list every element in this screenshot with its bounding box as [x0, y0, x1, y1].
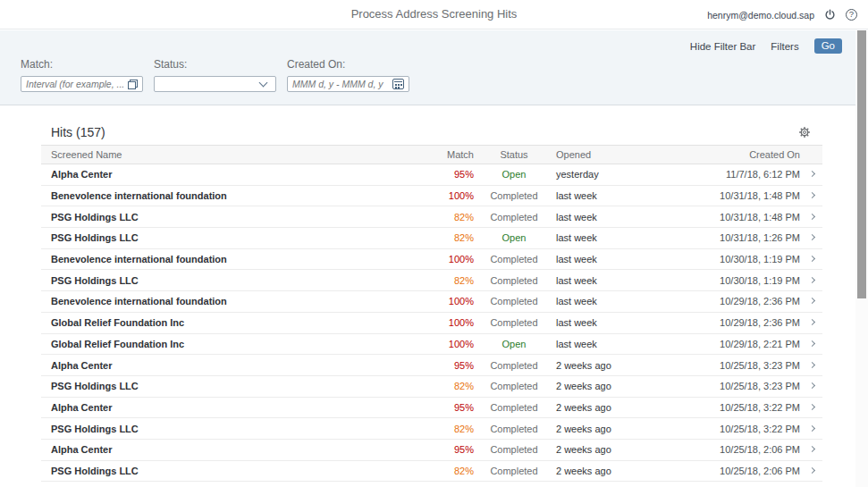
match-percent: 95% — [454, 169, 474, 180]
created-on-filter-input[interactable] — [287, 76, 409, 92]
row-chevron-icon[interactable] — [809, 425, 815, 432]
table-row[interactable]: Benevolence international foundation100%… — [41, 291, 822, 313]
col-created-on: Created On — [749, 149, 800, 160]
row-chevron-icon[interactable] — [809, 319, 815, 325]
status-text: Completed — [487, 212, 541, 223]
opened-text: 2 weeks ago — [556, 381, 611, 391]
table-row[interactable]: PSG Holdings LLC82%Completed2 weeks ago1… — [41, 461, 822, 483]
match-filter-input[interactable] — [21, 76, 143, 92]
created-on-text: 10/31/18, 1:48 PM — [720, 190, 800, 201]
screened-name: PSG Holdings LLC — [51, 275, 139, 286]
row-chevron-icon[interactable] — [809, 214, 815, 220]
table-row[interactable]: Benevolence international foundation100%… — [41, 186, 822, 207]
screened-name: Alpha Center — [51, 444, 112, 455]
row-chevron-icon[interactable] — [809, 298, 815, 304]
screened-name: Alpha Center — [51, 169, 112, 180]
value-help-icon[interactable] — [128, 80, 138, 89]
status-text: Open — [487, 232, 541, 243]
chevron-down-icon — [259, 79, 268, 88]
opened-text: last week — [556, 275, 597, 286]
go-button[interactable]: Go — [814, 38, 842, 54]
table-row[interactable]: Alpha Center95%Completed2 weeks ago10/25… — [41, 398, 822, 419]
created-on-text: 10/25/18, 3:22 PM — [720, 424, 800, 434]
col-screened-name: Screened Name — [51, 149, 122, 160]
row-chevron-icon[interactable] — [809, 277, 815, 283]
filters-link[interactable]: Filters — [771, 41, 798, 52]
status-text: Completed — [487, 466, 541, 476]
row-chevron-icon[interactable] — [809, 234, 815, 240]
status-text: Completed — [487, 402, 541, 413]
hide-filter-bar-link[interactable]: Hide Filter Bar — [690, 41, 756, 52]
help-icon[interactable]: ? — [846, 9, 857, 21]
status-text: Open — [487, 169, 541, 180]
match-percent: 82% — [454, 381, 474, 391]
opened-text: last week — [556, 317, 597, 328]
table-row[interactable]: Benevolence international foundation100%… — [41, 249, 822, 271]
status-text: Completed — [487, 360, 541, 371]
filter-bar: Hide Filter Bar Filters Go Match: Status… — [0, 30, 868, 105]
table-row[interactable]: Alpha Center95%Completed2 weeks ago10/25… — [41, 440, 822, 461]
row-chevron-icon[interactable] — [809, 192, 815, 198]
created-on-text: 10/31/18, 1:48 PM — [720, 212, 800, 223]
table-row[interactable]: PSG Holdings LLC82%Openlast week10/31/18… — [41, 228, 822, 249]
scrollbar-track[interactable] — [855, 30, 868, 487]
match-filter-label: Match: — [21, 58, 143, 71]
table-row[interactable]: Alpha Center95%Completed2 weeks ago10/25… — [41, 355, 822, 376]
table-row[interactable]: PSG Holdings LLC82%Completed2 weeks ago1… — [41, 418, 822, 440]
screened-name: PSG Holdings LLC — [51, 381, 139, 391]
opened-text: last week — [556, 212, 597, 223]
row-chevron-icon[interactable] — [809, 404, 815, 410]
table-row[interactable]: PSG Holdings LLC82%Completed2 weeks ago1… — [41, 376, 822, 398]
col-match: Match — [447, 149, 474, 160]
screened-name: Benevolence international foundation — [51, 296, 227, 306]
status-filter-select[interactable] — [154, 76, 276, 92]
row-chevron-icon[interactable] — [809, 256, 815, 262]
status-text: Completed — [487, 444, 541, 455]
row-chevron-icon[interactable] — [809, 382, 815, 389]
match-percent: 82% — [454, 232, 474, 243]
status-filter-label: Status: — [154, 58, 276, 71]
opened-text: yesterday — [556, 169, 599, 180]
opened-text: 2 weeks ago — [556, 444, 611, 455]
logout-power-icon[interactable] — [824, 9, 836, 21]
created-on-text: 10/25/18, 3:23 PM — [720, 381, 800, 391]
created-on-text: 10/25/18, 2:06 PM — [720, 444, 800, 455]
table-toolbar: Hits (157) — [41, 119, 822, 145]
row-chevron-icon[interactable] — [809, 171, 815, 177]
screened-name: Benevolence international foundation — [51, 190, 227, 201]
created-on-text: 10/25/18, 3:22 PM — [720, 402, 800, 413]
created-on-text: 10/31/18, 1:26 PM — [720, 232, 800, 243]
opened-text: 2 weeks ago — [556, 424, 611, 434]
created-on-text: 10/30/18, 1:19 PM — [720, 254, 800, 264]
user-email[interactable]: henrym@demo.cloud.sap — [707, 10, 814, 21]
screened-name: PSG Holdings LLC — [51, 232, 139, 243]
status-text: Completed — [487, 424, 541, 434]
match-percent: 100% — [449, 339, 474, 349]
table-header-row: Screened Name Match Status Opened Create… — [41, 145, 822, 164]
match-input-field[interactable] — [26, 79, 125, 89]
calendar-icon[interactable] — [392, 79, 404, 89]
row-chevron-icon[interactable] — [809, 340, 815, 347]
table-row[interactable]: PSG Holdings LLC82%Completedlast week10/… — [41, 206, 822, 228]
row-chevron-icon[interactable] — [809, 446, 815, 452]
screened-name: Alpha Center — [51, 360, 112, 371]
match-percent: 95% — [454, 360, 474, 371]
created-on-text: 10/30/18, 1:19 PM — [720, 275, 800, 286]
table-row[interactable]: PSG Holdings LLC82%Completedlast week10/… — [41, 270, 822, 291]
opened-text: 2 weeks ago — [556, 466, 611, 476]
row-chevron-icon[interactable] — [809, 467, 815, 474]
opened-text: last week — [556, 190, 597, 201]
row-chevron-icon[interactable] — [809, 361, 815, 367]
table-rows: Alpha Center95%Openyesterday11/7/18, 6:1… — [41, 164, 822, 482]
match-percent: 82% — [454, 275, 474, 286]
table-row[interactable]: Global Relief Foundation Inc100%Openlast… — [41, 334, 822, 356]
table-row[interactable]: Alpha Center95%Openyesterday11/7/18, 6:1… — [41, 164, 822, 186]
match-percent: 100% — [449, 254, 474, 264]
table-row[interactable]: Global Relief Foundation Inc100%Complete… — [41, 313, 822, 334]
settings-gear-icon[interactable] — [798, 126, 811, 139]
opened-text: last week — [556, 254, 597, 264]
match-percent: 100% — [449, 317, 474, 328]
match-percent: 95% — [454, 402, 474, 413]
scrollbar-thumb[interactable] — [857, 30, 866, 298]
created-on-input-field[interactable] — [292, 79, 386, 89]
